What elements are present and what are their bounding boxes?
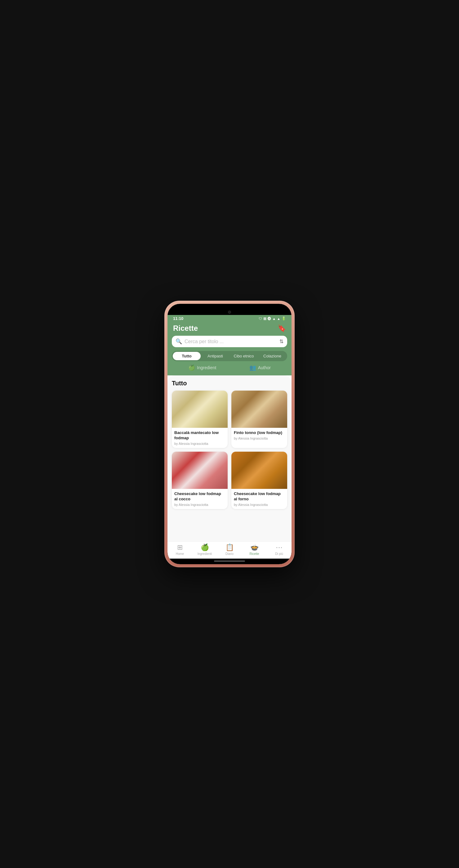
nav-ingredienti[interactable]: 🍏 Ingredienti <box>192 544 217 556</box>
battery-icon: 🔋 <box>282 316 286 320</box>
recipe-grid: Baccalà mantecato low fodmap by Alessia … <box>172 391 287 512</box>
food-deco-3 <box>172 452 227 489</box>
ingredient-icon: 🍏 <box>188 364 195 371</box>
recipe-image-3 <box>172 452 227 489</box>
ricette-label: Ricette <box>249 552 259 556</box>
home-indicator <box>167 559 292 564</box>
recipe-card-3[interactable]: Cheesecake low fodmap al cocco by Alessi… <box>172 452 227 509</box>
recipe-name-2: Finto tonno (low fodmap) <box>234 430 285 436</box>
tab-antipasti[interactable]: Antipasti <box>201 352 229 360</box>
dipiu-icon: ⋯ <box>276 544 282 552</box>
recipe-card-1[interactable]: Baccalà mantecato low fodmap by Alessia … <box>172 391 227 448</box>
sort-icon[interactable]: ⇅ <box>279 339 283 344</box>
recipe-author-1: by Alessia Ingrasciotta <box>174 442 225 445</box>
home-bar <box>214 560 245 562</box>
phone-screen: 11:10 🛡 ▦ 🅐 ▲ ▲ 🔋 Ricette 🔖 🔍 <box>167 304 292 564</box>
ingredient-label: Ingredient <box>197 365 216 370</box>
nav-ricette[interactable]: 🍲 Ricette <box>242 544 267 556</box>
recipe-name-3: Cheesecake low fodmap al cocco <box>174 491 225 502</box>
ingredienti-label: Ingredienti <box>197 552 212 556</box>
sim-icon: ▦ <box>263 316 267 320</box>
search-bar[interactable]: 🔍 Cerca per titolo ... ⇅ <box>172 336 287 347</box>
search-input[interactable]: Cerca per titolo ... <box>185 339 277 344</box>
ingredienti-icon: 🍏 <box>201 544 209 552</box>
recipe-author-2: by Alessia Ingrasciotta <box>234 436 285 440</box>
recipe-info-4: Cheesecake low fodmap al forno by Alessi… <box>232 489 287 509</box>
recipe-author-3: by Alessia Ingrasciotta <box>174 503 225 506</box>
recipe-info-1: Baccalà mantecato low fodmap by Alessia … <box>172 428 227 448</box>
signal-icon: ▲ <box>277 317 280 320</box>
filter-tabs: Tutto Antipasti Cibo etnico Colazione <box>167 351 292 361</box>
page-title: Ricette <box>173 324 198 333</box>
section-title: Tutto <box>172 380 287 387</box>
diario-label: Diario <box>225 552 234 556</box>
wifi-icon: ▲ <box>272 317 276 320</box>
recipe-image-4 <box>232 452 287 489</box>
food-deco-1 <box>172 391 227 428</box>
recipe-info-3: Cheesecake low fodmap al cocco by Alessi… <box>172 489 227 509</box>
content-area: Tutto Baccalà mantecato low fodmap by Al… <box>167 375 292 541</box>
status-icons: 🛡 ▦ 🅐 ▲ ▲ 🔋 <box>259 316 286 320</box>
nav-diario[interactable]: 📋 Diario <box>217 544 242 556</box>
author-label: Author <box>258 365 271 370</box>
recipe-name-4: Cheesecake low fodmap al forno <box>234 491 285 502</box>
home-icon: ⊞ <box>177 544 183 552</box>
search-area: 🔍 Cerca per titolo ... ⇅ <box>167 336 292 351</box>
bookmark-button[interactable]: 🔖 <box>278 324 286 332</box>
header: Ricette 🔖 <box>167 322 292 336</box>
phone-inner: 11:10 🛡 ▦ 🅐 ▲ ▲ 🔋 Ricette 🔖 🔍 <box>167 304 292 564</box>
ricette-icon: 🍲 <box>250 544 259 552</box>
tab-colazione[interactable]: Colazione <box>258 352 286 360</box>
notch <box>167 304 292 315</box>
status-bar: 11:10 🛡 ▦ 🅐 ▲ ▲ 🔋 <box>167 315 292 322</box>
a-icon: 🅐 <box>268 317 271 320</box>
diario-icon: 📋 <box>225 544 234 552</box>
tab-tutto[interactable]: Tutto <box>173 352 201 360</box>
sub-filters: 🍏 Ingredient 👥 Author <box>167 361 292 375</box>
author-icon: 👥 <box>249 364 256 371</box>
status-time: 11:10 <box>173 316 183 321</box>
phone-frame: 11:10 🛡 ▦ 🅐 ▲ ▲ 🔋 Ricette 🔖 🔍 <box>164 301 295 567</box>
recipe-info-2: Finto tonno (low fodmap) by Alessia Ingr… <box>232 428 287 443</box>
nav-home[interactable]: ⊞ Home <box>167 544 192 556</box>
recipe-image-1 <box>172 391 227 428</box>
recipe-name-1: Baccalà mantecato low fodmap <box>174 430 225 441</box>
search-icon: 🔍 <box>176 338 182 345</box>
recipe-card-2[interactable]: Finto tonno (low fodmap) by Alessia Ingr… <box>232 391 287 448</box>
filter-ingredient[interactable]: 🍏 Ingredient <box>188 364 216 371</box>
shield-icon: 🛡 <box>259 317 262 320</box>
food-deco-2 <box>232 391 287 428</box>
dipiu-label: Di più <box>275 552 283 556</box>
tab-cibo-etnico[interactable]: Cibo etnico <box>230 352 258 360</box>
bottom-nav: ⊞ Home 🍏 Ingredienti 📋 Diario 🍲 Ricette … <box>167 541 292 559</box>
nav-dipiu[interactable]: ⋯ Di più <box>267 544 292 556</box>
food-deco-4 <box>232 452 287 489</box>
recipe-image-2 <box>232 391 287 428</box>
camera <box>228 311 231 314</box>
home-label: Home <box>176 552 184 556</box>
filter-author[interactable]: 👥 Author <box>249 364 271 371</box>
recipe-card-4[interactable]: Cheesecake low fodmap al forno by Alessi… <box>232 452 287 509</box>
recipe-author-4: by Alessia Ingrasciotta <box>234 503 285 506</box>
filter-tabs-row: Tutto Antipasti Cibo etnico Colazione <box>172 351 287 361</box>
